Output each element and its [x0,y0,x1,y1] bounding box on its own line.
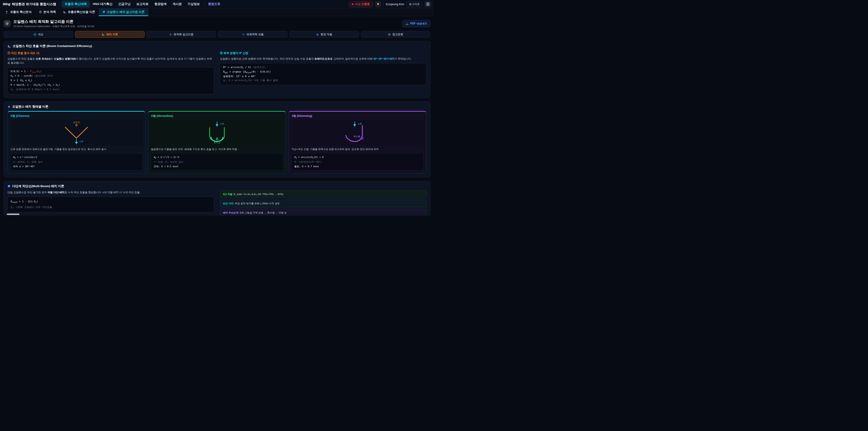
stab-deployment-theory[interactable]: 배치 이론 [75,31,145,38]
nav-aerial-search[interactable]: 항공탐색 [152,1,169,7]
nav-integrated-search[interactable]: 통합조회 [204,1,223,7]
notifications-button[interactable] [375,1,381,7]
stab-field-application[interactable]: 현장 적용 [289,31,359,38]
main-nav: 유출유 확산예측 HNS·대기확산 긴급구난 보고자료 항공탐색 게시판 기상정… [62,1,223,7]
export-icon [405,22,409,25]
formula-line: Uc: 임계유속(약 0.35m/s ≈ 0.7 knot) [11,88,211,92]
pdf-export-button[interactable]: PDF 내보내기 [402,20,430,27]
current-label: 조류 [358,123,362,125]
section-tabs: 개요 배치 이론 최적화 알고리즘 유체역학 모델 [4,31,430,38]
formula-line: α: 반개각, L: 편측 길이 [13,160,140,164]
clipboard-icon [39,10,42,13]
formula-line: E(θ,U) = 1 - Floss(Un) [11,69,211,74]
chart-icon [316,33,319,36]
nav-emergency-rescue[interactable]: 긴급구난 [116,1,133,7]
page-head: 오일펜스 배치 최적화 알고리즘 이론 Oil Boom Deployment … [0,16,434,30]
user-name: Eunjeong Kim [386,2,404,6]
formula-line: Ei: i번째 오일펜스 단독 차단효율 [11,205,211,210]
gear-icon [169,33,172,36]
j-skimming-diagram: 조류 회수점 [291,120,424,145]
menu-button[interactable] [425,1,431,7]
shape-card-u-horseshoe: U형 (Horseshoe) 조류 회수선 말굽형으로 기름을 완전 포위. 폐… [148,111,286,174]
shape-card-formula-block: AV = L²·sin(2α)/2 α: 반개각, L: 편측 길이 최적 α … [10,153,143,171]
efficiency-function-paragraph: 오일펜스의 차단 효율은 조류 유속(U)과 오일펜스 방향각(θ)의 함수입니… [7,57,214,65]
efficiency-left-column: ① 차단 효율 함수 E(θ, U) 오일펜스의 차단 효율은 조류 유속(U)… [7,51,214,94]
multiboom-columns: 단일 오일펜스로 차단 불가한 경우 직렬 다단 배치로 누적 차단 효율을 향… [7,190,427,216]
current-label: 조류 [220,123,224,125]
recovery-point-dot [216,137,218,141]
formula-line: 최적 α = 30°~45° [13,164,140,169]
microscope-icon [5,10,8,13]
diamond-icon [7,105,10,108]
horizontal-scrollbar-thumb[interactable] [7,214,20,215]
sub-tabbar: 유출유 확산분석 분석 목록 유출유확산모델 이론 오일펜스 배치 알고리즘 이… [0,8,434,16]
v-chevron-diagram: 집유점 조류 [10,120,143,145]
recovery-label: 회수선 [214,141,220,144]
menu-icon [426,3,430,3]
note-stage-spacing: 단간 거리: 부표 집적 방지를 위해 ≥ 200m 이격 권장 [220,200,427,207]
nav-hns-air-diffusion[interactable]: HNS·대기확산 [90,1,115,7]
formula-line: θJ = arcsin(Uc/U) + δ [294,155,421,160]
optimal-angle-paragraph: 오일펜스 방향각은 조류 방향에 따라 최적화됩니다. 차단 면적과 오일 수집… [220,57,427,61]
shape-card-description: 말굽형으로 기름을 완전 포위. 폐쇄형 구조로 회수 효율 최고. 저조류 해… [151,147,283,151]
app-header: Wing 해양환경 위기대응 통합시스템 유출유 확산예측 HNS·대기확산 긴… [0,0,434,8]
stab-references[interactable]: 참고문헌 [361,31,430,38]
efficiency-formula-block: E(θ,U) = 1 - Floss(Un) Un = U · sin(θ) (… [7,67,214,94]
section-title: 다단계 차단선(Multi-Boom) 배치 이론 [7,184,427,188]
multiboom-paragraph: 단일 오일펜스로 차단 불가한 경우 직렬 다단 배치로 누적 차단 효율을 향… [7,190,214,194]
formula-line: 단, θ < arcsin(Uc/U) 이면 기름 통과 발생 [223,79,423,83]
multiboom-formula-block: Etotal = 1 - ∏(1-Ei) Ei: i번째 오일펜스 단독 차단효… [7,196,214,212]
stab-overview[interactable]: 개요 [4,31,73,38]
collection-point-label: 집유점 [73,121,80,123]
multiboom-left-column: 단일 오일펜스로 차단 불가한 경우 직렬 다단 배치로 누적 차단 효율을 향… [7,190,214,216]
formula-line: Un = U · sin(θ) (법선방향 유속) [11,74,211,79]
shape-card-description: 조류 방향 정면에서 양측으로 펼친 V형. 기름을 중앙 집유점으로 유도. … [10,147,143,151]
tab-boom-algorithm-theory[interactable]: 오일펜스 배치 알고리즘 이론 [99,8,148,16]
bell-icon [376,2,380,6]
tab-spill-model-theory[interactable]: 유출유확산모델 이론 [59,8,99,16]
note-two-stage-series: 2단 직렬: E_total = E₁+E₂-E₁E₂ (예: 70%+70% … [220,190,427,198]
multiboom-notes: 2단 직렬: E_total = E₁+E₂-E₁E₂ (예: 70%+70% … [220,190,427,216]
formula-line: θ* = arcsin(Uc / U) (임계조건) [223,65,423,70]
globe-icon [33,33,36,36]
efficiency-function-heading: ① 차단 효율 함수 E(θ, U) [7,51,214,55]
nav-reports[interactable]: 보고자료 [133,1,151,7]
system-title: 해양환경 위기대응 통합시스템 [12,2,56,6]
logout-button[interactable]: 로그아웃 [406,1,422,7]
section-multi-boom: 다단계 차단선(Multi-Boom) 배치 이론 단일 오일펜스로 차단 불가… [4,181,430,216]
formula-line: 실용범위: 15° ≤ θ ≤ 60° [223,74,423,79]
note-deployment-priority: 배치 우선순위: ESI 고등급 구역 보호 → 취수원 → 어항 순 [220,209,427,216]
nav-oil-spill-prediction[interactable]: 유출유 확산예측 [62,1,90,7]
nav-weather-info[interactable]: 기상정보 [185,1,203,7]
page-shield-badge [4,20,11,27]
page-title: 오일펜스 배치 최적화 알고리즘 이론 [13,19,94,24]
brand-mark: Wing [3,2,10,6]
optimal-angle-heading: ② 최적 방향각 θ* 산정 [220,51,427,55]
nav-board[interactable]: 게시판 [170,1,184,7]
section-title: 오일펜스 차단 효율 이론 (Boom Containment Efficien… [7,44,427,48]
collection-point-dot [75,124,78,127]
shape-card-title: V형 (Chevron) [10,114,143,118]
incident-status-badge: 사고 진행중 [349,1,373,7]
v-chevron-drawing: 집유점 조류 [10,120,143,145]
formula-line: δ: 안전여유각(5°~10°) [294,160,421,164]
stab-optimization-algorithm[interactable]: 최적화 알고리즘 [147,31,216,38]
shape-card-formula-block: AU = π·r²/2 + 2r·h r: 반경, h: 직선부 길이 전제: … [151,153,283,171]
efficiency-columns: ① 차단 효율 함수 E(θ, U) 오일펜스의 차단 효율은 조류 유속(U)… [7,51,427,94]
section-containment-efficiency: 오일펜스 차단 효율 이론 (Boom Containment Efficien… [4,41,430,98]
tab-analysis-list[interactable]: 분석 목록 [35,8,60,16]
formula-line: θopt = argmax [Ablock(θ) · E(θ,U)] [223,70,423,74]
incident-status-label: 사고 진행중 [355,2,370,6]
tab-spill-analysis[interactable]: 유출유 확산분석 [2,8,35,16]
j-boom-line [346,126,362,142]
formula-line: AU = π·r²/2 + 2r·h [154,155,280,160]
header-divider [59,2,59,6]
section-boom-shapes: 오일펜스 배치 형태별 이론 V형 (Chevron) 집유점 조류 조류 방향… [4,101,430,177]
triangle-ruler-icon [102,33,105,36]
shape-cards: V형 (Chevron) 집유점 조류 조류 방향 정면에서 양측으로 펼친 V… [7,111,427,174]
stab-hydrodynamics-model[interactable]: 유체역학 모델 [218,31,287,38]
formula-line: E = 1 (Un ≤ Uc) [11,79,211,83]
triangle-ruler-icon [63,10,66,13]
u-horseshoe-drawing: 조류 회수선 [151,120,283,145]
shield-icon [5,22,9,26]
